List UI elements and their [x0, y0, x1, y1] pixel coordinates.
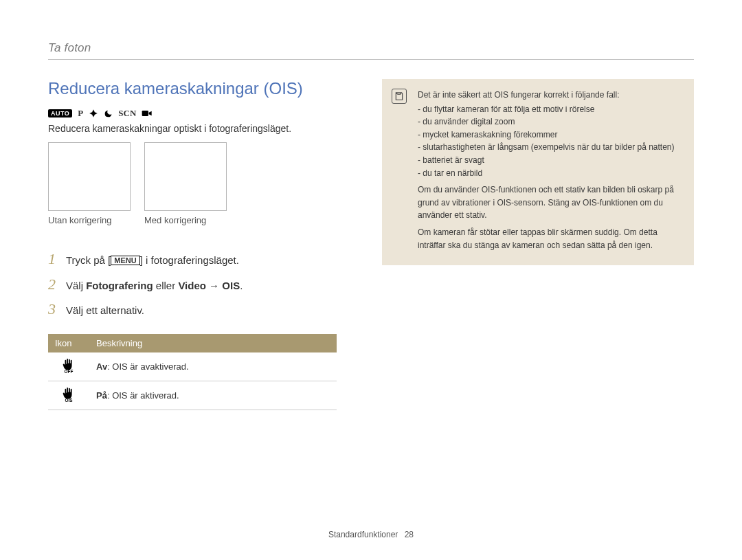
menu-button-label: MENU — [111, 256, 139, 265]
footer-section: Standardfunktioner — [328, 530, 398, 539]
svg-text:OIS: OIS — [65, 398, 73, 402]
note-paragraph: Om kameran får stötar eller tappas blir … — [418, 226, 682, 251]
thumbnail-row — [48, 142, 357, 211]
options-table: Ikon Beskrivning OFF Av: OIS är avaktive… — [48, 334, 337, 410]
chapter-title: Ta foton — [48, 41, 694, 55]
svg-rect-0 — [142, 111, 148, 116]
thumbnail-label-with: Med korrigering — [144, 215, 227, 225]
mode-p-icon: P — [78, 108, 83, 119]
mode-flower-icon — [89, 109, 98, 118]
thumbnail-with — [144, 142, 227, 211]
step-number: 2 — [48, 276, 59, 293]
ois-on-icon: OIS — [61, 387, 76, 404]
mode-row: AUTO P SCN — [48, 108, 357, 119]
step-number: 3 — [48, 300, 59, 318]
steps-list: 1 Tryck på [MENU] i fotograferingsläget.… — [48, 250, 357, 319]
table-header-icon: Ikon — [48, 334, 89, 352]
intro-text: Reducera kameraskakningar optiskt i foto… — [48, 123, 357, 134]
divider — [48, 59, 694, 60]
page-footer: Standardfunktioner 28 — [0, 530, 742, 539]
right-column: Det är inte säkert att OIS fungerar korr… — [382, 79, 694, 410]
page-title: Reducera kameraskakningar (OIS) — [48, 79, 357, 98]
thumbnail-without — [48, 142, 131, 211]
note-icon-wrap — [392, 89, 409, 256]
thumbnail-labels: Utan korrigering Med korrigering — [48, 215, 357, 225]
mode-auto-icon: AUTO — [48, 109, 72, 117]
note-item: batteriet är svagt — [426, 154, 682, 167]
left-column: Reducera kameraskakningar (OIS) AUTO P S… — [48, 79, 357, 410]
note-list: du flyttar kameran för att följa ett mot… — [418, 103, 682, 180]
content-columns: Reducera kameraskakningar (OIS) AUTO P S… — [48, 79, 694, 410]
table-row: OIS På: OIS är aktiverad. — [48, 381, 337, 410]
note-item: du tar en närbild — [426, 167, 682, 180]
step-text: Tryck på [MENU] i fotograferingsläget. — [66, 253, 239, 269]
note-item: mycket kameraskakning förekommer — [426, 128, 682, 142]
ois-off-icon: OFF — [61, 358, 76, 375]
note-item: du använder digital zoom — [426, 115, 682, 128]
step-number: 1 — [48, 250, 59, 268]
note-item: du flyttar kameran för att följa ett mot… — [426, 103, 682, 116]
note-icon — [392, 89, 407, 104]
table-cell-desc: Av: OIS är avaktiverad. — [89, 352, 337, 381]
svg-text:OFF: OFF — [65, 369, 74, 373]
note-paragraph: Om du använder OIS-funktionen och ett st… — [418, 183, 682, 222]
step-text: Välj ett alternativ. — [66, 303, 144, 319]
step-1: 1 Tryck på [MENU] i fotograferingsläget. — [48, 250, 357, 269]
note-lead: Det är inte säkert att OIS fungerar korr… — [418, 89, 682, 102]
mode-video-icon — [142, 109, 153, 118]
mode-night-icon — [104, 109, 113, 118]
table-header-desc: Beskrivning — [89, 334, 337, 352]
note-item: slutarhastigheten är långsam (exempelvis… — [426, 141, 682, 154]
page: Ta foton Reducera kameraskakningar (OIS)… — [0, 0, 742, 560]
step-3: 3 Välj ett alternativ. — [48, 300, 357, 319]
note-content: Det är inte säkert att OIS fungerar korr… — [418, 89, 682, 256]
table-row: OFF Av: OIS är avaktiverad. — [48, 352, 337, 381]
note-box: Det är inte säkert att OIS fungerar korr… — [382, 79, 694, 265]
mode-scn-icon: SCN — [118, 108, 136, 119]
thumbnail-label-without: Utan korrigering — [48, 215, 131, 225]
step-2: 2 Välj Fotografering eller Video → OIS. — [48, 276, 357, 294]
table-cell-desc: På: OIS är aktiverad. — [89, 381, 337, 410]
footer-page-number: 28 — [405, 530, 414, 539]
step-text: Välj Fotografering eller Video → OIS. — [66, 278, 243, 294]
